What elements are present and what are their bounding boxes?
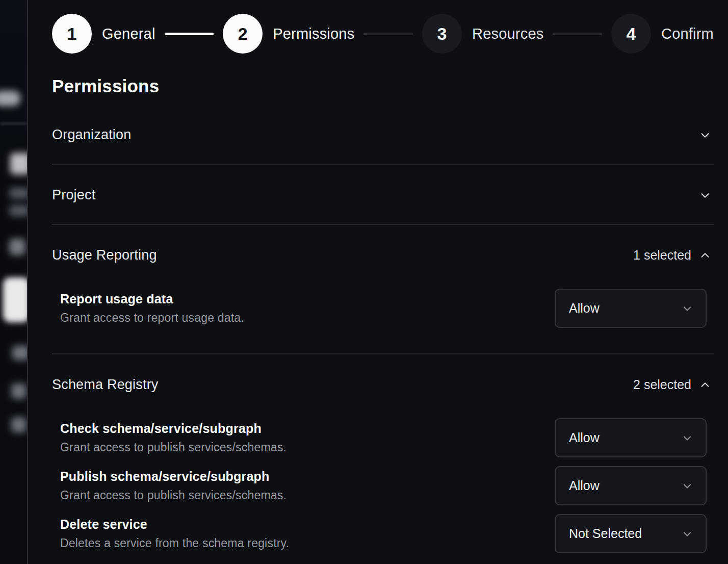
step-connector: [363, 33, 413, 35]
permission-text: Delete service Deletes a service from th…: [60, 517, 289, 550]
background-blur-shape: [10, 153, 28, 174]
step-general-label: General: [102, 25, 155, 42]
background-blur-shape: [9, 205, 28, 216]
selected-count-badge: 1 selected: [633, 248, 691, 263]
step-general-circle: 1: [52, 14, 92, 54]
section-project-header[interactable]: Project: [52, 165, 714, 203]
step-resources-circle: 3: [422, 14, 462, 54]
section-project: Project: [52, 165, 714, 225]
step-connector: [553, 33, 602, 35]
step-confirm-circle: 4: [611, 14, 651, 54]
permission-select-publish-schema[interactable]: Allow: [555, 466, 707, 505]
permission-select-report-usage-data[interactable]: Allow: [555, 289, 707, 328]
section-usage-reporting: Usage Reporting 1 selected Report usage …: [52, 225, 714, 354]
section-schema-registry: Schema Registry 2 selected Check schema/…: [52, 354, 714, 553]
permission-row-delete-service: Delete service Deletes a service from th…: [52, 514, 714, 553]
step-connector: [165, 33, 214, 35]
step-permissions-circle: 2: [223, 14, 263, 54]
step-general[interactable]: 1 General: [52, 14, 155, 54]
selected-count-badge: 2 selected: [633, 377, 691, 392]
background-sidebar: [0, 0, 28, 564]
background-blur-shape: [9, 188, 28, 199]
chevron-down-icon: [681, 432, 693, 444]
permission-description: Grant access to publish services/schemas…: [60, 441, 287, 454]
permission-select-check-schema[interactable]: Allow: [555, 418, 707, 457]
permission-row-report-usage-data: Report usage data Grant access to report…: [52, 289, 714, 328]
permission-title: Delete service: [60, 517, 289, 532]
permission-select-delete-service[interactable]: Not Selected: [555, 514, 707, 553]
step-resources-label: Resources: [472, 25, 543, 42]
step-confirm-label: Confirm: [661, 25, 714, 42]
chevron-down-icon: [699, 130, 711, 141]
section-title: Usage Reporting: [52, 247, 157, 263]
permissions-wizard-panel: 1 General 2 Permissions 3 Resources 4 Co…: [29, 0, 728, 564]
permission-text: Check schema/service/subgraph Grant acce…: [60, 421, 287, 454]
permission-row-publish-schema: Publish schema/service/subgraph Grant ac…: [52, 466, 714, 505]
step-resources[interactable]: 3 Resources: [422, 14, 543, 54]
permission-title: Check schema/service/subgraph: [60, 421, 287, 436]
chevron-up-icon: [699, 250, 711, 261]
permission-title: Report usage data: [60, 292, 244, 306]
chevron-down-icon: [681, 528, 693, 540]
background-blur-shape: [0, 91, 20, 106]
step-permissions[interactable]: 2 Permissions: [223, 14, 354, 54]
page-title: Permissions: [52, 76, 714, 96]
section-organization-header[interactable]: Organization: [52, 96, 714, 143]
select-value: Allow: [569, 478, 600, 493]
permission-description: Deletes a service from the schema regist…: [60, 536, 289, 550]
chevron-down-icon: [699, 190, 711, 201]
background-blur-shape: [11, 383, 27, 399]
background-blur-shape: [11, 417, 27, 432]
permission-text: Publish schema/service/subgraph Grant ac…: [60, 469, 287, 502]
permission-text: Report usage data Grant access to report…: [60, 292, 244, 325]
permission-row-check-schema: Check schema/service/subgraph Grant acce…: [52, 418, 714, 457]
permission-description: Grant access to report usage data.: [60, 311, 244, 325]
permission-title: Publish schema/service/subgraph: [60, 469, 287, 484]
chevron-up-icon: [699, 379, 711, 391]
background-blur-shape: [9, 239, 25, 255]
background-blur-shape: [3, 277, 28, 322]
background-blur-shape: [12, 346, 28, 360]
wizard-stepper: 1 General 2 Permissions 3 Resources 4 Co…: [52, 14, 714, 54]
chevron-down-icon: [681, 480, 693, 492]
step-confirm[interactable]: 4 Confirm: [611, 14, 714, 54]
permission-description: Grant access to publish services/schemas…: [60, 489, 287, 502]
section-usage-reporting-header[interactable]: Usage Reporting 1 selected: [52, 225, 714, 263]
select-value: Allow: [569, 430, 600, 445]
select-value: Allow: [569, 301, 600, 316]
section-title: Organization: [52, 127, 132, 143]
section-title: Project: [52, 187, 95, 203]
section-title: Schema Registry: [52, 377, 159, 393]
select-value: Not Selected: [569, 526, 642, 541]
section-schema-registry-header[interactable]: Schema Registry 2 selected: [52, 354, 714, 393]
step-permissions-label: Permissions: [273, 25, 354, 42]
section-organization: Organization: [52, 96, 714, 165]
background-blur-divider: [0, 123, 28, 124]
chevron-down-icon: [681, 302, 693, 315]
